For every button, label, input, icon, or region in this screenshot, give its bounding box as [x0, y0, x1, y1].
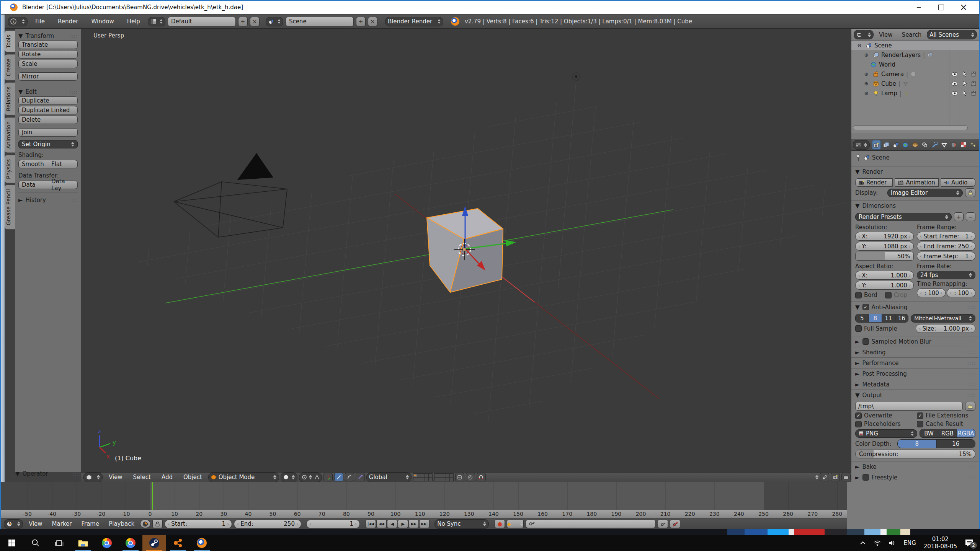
overwrite-checkbox[interactable]: ✓: [855, 412, 862, 419]
resolution-x-field[interactable]: ‹ X: 1920 px ›: [855, 232, 914, 241]
viewport-3d[interactable]: z y x User Persp (1) Cube View Select: [81, 29, 853, 482]
tray-chevron-icon[interactable]: [860, 541, 866, 545]
current-frame-playhead[interactable]: [152, 482, 153, 510]
data-layout-button[interactable]: Data Lay: [48, 181, 78, 189]
decrement-arrow[interactable]: ‹: [309, 521, 311, 527]
menu-file[interactable]: File: [30, 18, 50, 25]
outliner-row-world[interactable]: World: [851, 60, 979, 69]
increment-arrow[interactable]: ›: [941, 290, 942, 296]
increment-arrow[interactable]: ›: [970, 253, 972, 259]
render-engine-dropdown[interactable]: Blender Render: [385, 17, 443, 26]
snap-element-toggle[interactable]: [820, 473, 829, 481]
properties-display-dropdown[interactable]: [853, 140, 870, 150]
aa-samples-11[interactable]: 11: [882, 314, 895, 322]
mirror-button[interactable]: Mirror: [18, 72, 78, 81]
tab-constraints[interactable]: [920, 140, 929, 150]
start-button[interactable]: [0, 535, 24, 551]
visibility-eye-icon[interactable]: [951, 82, 958, 86]
bake-panel-header[interactable]: ► Bake ::::: [851, 461, 979, 472]
display-dropdown[interactable]: Image Editor: [887, 189, 963, 197]
add-scene-button[interactable]: +: [356, 17, 366, 26]
color-mode-bw[interactable]: BW: [920, 429, 938, 437]
menu-object[interactable]: Object: [179, 474, 207, 481]
render-audio-button[interactable]: Audio: [941, 178, 975, 187]
play-button[interactable]: ▶: [398, 520, 408, 528]
jump-to-end-button[interactable]: ▶▶|: [419, 520, 430, 528]
renderability-camera-icon[interactable]: [971, 91, 977, 96]
dimensions-panel-header[interactable]: ▼ Dimensions ::::: [851, 200, 979, 211]
outliner-row-renderlayers[interactable]: ⊕ RenderLayers |: [851, 50, 979, 60]
expand-icon[interactable]: ⊖: [855, 42, 864, 48]
timeline-menu-frame[interactable]: Frame: [77, 520, 103, 527]
layout-icon-dropdown[interactable]: [148, 17, 165, 26]
increment-arrow[interactable]: ›: [970, 233, 972, 239]
renderability-camera-icon[interactable]: [971, 81, 977, 86]
grip-icon[interactable]: ::::: [69, 197, 78, 203]
decrement-arrow[interactable]: ‹: [920, 243, 922, 249]
cache-result-checkbox[interactable]: [917, 421, 923, 427]
scene-name-field[interactable]: Scene: [286, 17, 354, 26]
expand-icon[interactable]: ⊕: [862, 90, 871, 96]
keying-set-field[interactable]: [526, 520, 656, 528]
record-button[interactable]: ●: [495, 520, 505, 528]
data-button[interactable]: Data: [18, 181, 48, 189]
timeline-menu-playback[interactable]: Playback: [105, 520, 138, 527]
manipulator-translate-toggle[interactable]: [323, 473, 333, 481]
timeline-ruler[interactable]: -50-40-30-20-100102030405060708090100110…: [1, 510, 848, 518]
tab-material[interactable]: [949, 140, 958, 150]
shelf-tab-tools[interactable]: Tools: [5, 31, 15, 52]
tab-render-layers[interactable]: [882, 140, 890, 150]
viewport-shading-dropdown[interactable]: [281, 473, 297, 482]
layers-grid-1[interactable]: [413, 473, 433, 481]
decrement-arrow[interactable]: ‹: [858, 272, 860, 278]
visibility-eye-icon[interactable]: [951, 72, 958, 77]
editor-type-dropdown-3dview[interactable]: [83, 473, 103, 482]
add-layout-button[interactable]: +: [238, 17, 248, 26]
freestyle-checkbox[interactable]: [862, 474, 869, 481]
edit-panel-header[interactable]: ▼ Edit ::::: [18, 87, 78, 96]
snap-magnet-toggle[interactable]: [477, 473, 486, 481]
steam-button[interactable]: [142, 535, 166, 551]
sampled-motion-blur-panel-header[interactable]: ► Sampled Motion Blur ::::: [851, 336, 979, 347]
antialiasing-panel-header[interactable]: ▼ ✓ Anti-Aliasing ::::: [851, 302, 979, 312]
tab-data[interactable]: [940, 140, 949, 150]
outliner-scrollbar[interactable]: [853, 126, 968, 130]
file-extensions-checkbox[interactable]: ✓: [917, 412, 923, 419]
chrome-button-1[interactable]: [95, 535, 119, 551]
duplicate-linked-button[interactable]: Duplicate Linked: [18, 106, 78, 114]
end-frame-field[interactable]: ‹ End Frame: 250 ›: [917, 242, 975, 251]
output-path-field[interactable]: /tmp\: [855, 402, 963, 411]
decrement-arrow[interactable]: ‹: [858, 233, 860, 239]
layout-name-field[interactable]: Default: [168, 17, 236, 26]
increment-arrow[interactable]: ›: [296, 521, 298, 527]
grip-icon[interactable]: ::::: [967, 381, 975, 387]
aa-samples-8[interactable]: 8: [869, 314, 882, 322]
motion-blur-checkbox[interactable]: [862, 338, 869, 345]
history-panel-header[interactable]: ► History ::::: [18, 196, 78, 205]
volume-icon[interactable]: [889, 540, 896, 546]
aa-samples-5[interactable]: 5: [856, 314, 869, 322]
tab-render[interactable]: [872, 140, 881, 150]
play-reverse-button[interactable]: ◀: [387, 520, 397, 528]
grip-icon[interactable]: ::::: [967, 371, 975, 377]
render-animation-button[interactable]: Animation: [895, 178, 938, 187]
editor-type-dropdown-timeline[interactable]: [4, 519, 23, 529]
grip-icon[interactable]: ::::: [967, 349, 975, 355]
visibility-eye-icon[interactable]: [951, 91, 958, 96]
action-center-button[interactable]: 2: [965, 539, 974, 547]
jump-next-keyframe-button[interactable]: ▶▶: [408, 520, 419, 528]
lock-time-cursor-toggle[interactable]: [152, 520, 163, 528]
compression-slider[interactable]: Compression: 15%: [855, 450, 975, 458]
menu-select[interactable]: Select: [129, 474, 155, 481]
increment-arrow[interactable]: ›: [909, 233, 911, 239]
delete-layout-button[interactable]: ×: [250, 17, 260, 26]
decrement-arrow[interactable]: ‹: [237, 521, 239, 527]
flat-button[interactable]: Flat: [48, 160, 78, 168]
grip-icon[interactable]: ::::: [967, 169, 975, 174]
operator-panel-header[interactable]: ▼ Operator ::::: [15, 469, 81, 478]
decrement-arrow[interactable]: ‹: [858, 282, 860, 288]
manipulator-arrow-toggle[interactable]: [334, 473, 343, 481]
delete-keyframe-button[interactable]: [670, 520, 680, 528]
antialiasing-checkbox[interactable]: ✓: [862, 304, 869, 310]
sync-mode-dropdown[interactable]: No Sync: [434, 519, 489, 529]
